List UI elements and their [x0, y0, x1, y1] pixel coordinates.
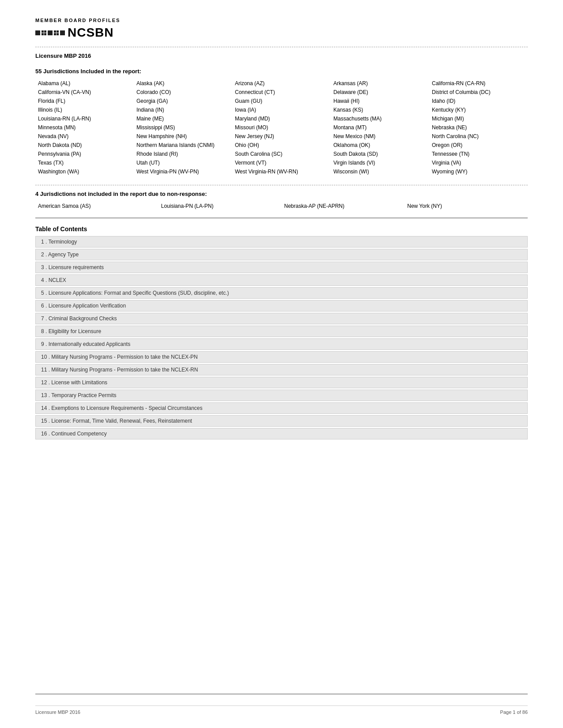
non-included-table: American Samoa (AS)Louisiana-PN (LA-PN)N…	[35, 202, 528, 210]
jurisdiction-cell: Minnesota (MN)	[35, 123, 134, 132]
jurisdiction-cell: New Jersey (NJ)	[232, 132, 331, 141]
member-board-title: MEMBER BOARD PROFILES	[35, 18, 528, 23]
non-included-cell: American Samoa (AS)	[35, 202, 159, 210]
header-divider	[35, 47, 528, 47]
non-included-heading: 4 Jurisdictions not included in the repo…	[35, 191, 528, 197]
jurisdiction-cell: Connecticut (CT)	[232, 88, 331, 97]
toc-item[interactable]: 4 . NCLEX	[35, 274, 528, 286]
jurisdiction-cell: Iowa (IA)	[232, 105, 331, 114]
jurisdiction-cell: South Carolina (SC)	[232, 150, 331, 158]
jurisdiction-cell: District of Columbia (DC)	[429, 88, 528, 97]
jurisdiction-cell: Indiana (IN)	[134, 105, 232, 114]
logo-square-3	[48, 30, 53, 35]
jurisdiction-cell: North Carolina (NC)	[429, 132, 528, 141]
toc-item[interactable]: 7 . Criminal Background Checks	[35, 313, 528, 324]
jurisdiction-cell: Guam (GU)	[232, 97, 331, 105]
table-row: Illinois (IL)Indiana (IN)Iowa (IA)Kansas…	[35, 105, 528, 114]
jurisdiction-cell: Nebraska (NE)	[429, 123, 528, 132]
non-included-cell: Louisiana-PN (LA-PN)	[159, 202, 282, 210]
toc-title: Table of Contents	[35, 225, 528, 233]
toc-item[interactable]: 2 . Agency Type	[35, 249, 528, 260]
non-included-section: 4 Jurisdictions not included in the repo…	[35, 191, 528, 210]
non-included-cell: Nebraska-AP (NE-APRN)	[282, 202, 405, 210]
jurisdictions-included-section: 55 Jurisdictions Included in the report:…	[35, 68, 528, 176]
jurisdiction-cell: New Hampshire (NH)	[134, 132, 232, 141]
toc-item[interactable]: 12 . License with Limitations	[35, 377, 528, 388]
jurisdiction-cell: Michigan (MI)	[429, 114, 528, 123]
toc-items-container: 1 . Terminology2 . Agency Type3 . Licens…	[35, 236, 528, 439]
toc-item[interactable]: 16 . Continued Competency	[35, 428, 528, 439]
jurisdiction-cell: West Virginia-RN (WV-RN)	[232, 167, 331, 176]
table-row: Texas (TX)Utah (UT)Vermont (VT)Virgin Is…	[35, 158, 528, 167]
toc-item[interactable]: 11 . Military Nursing Programs - Permiss…	[35, 364, 528, 375]
jurisdiction-cell: Alaska (AK)	[134, 79, 232, 88]
jurisdiction-cell: Delaware (DE)	[331, 88, 429, 97]
logo-square-1	[35, 30, 40, 35]
jurisdiction-cell: Alabama (AL)	[35, 79, 134, 88]
jurisdictions-included-heading: 55 Jurisdictions Included in the report:	[35, 68, 528, 75]
toc-item[interactable]: 10 . Military Nursing Programs - Permiss…	[35, 351, 528, 363]
jurisdiction-cell: Wyoming (WY)	[429, 167, 528, 176]
table-row: North Dakota (ND)Northern Mariana Island…	[35, 141, 528, 150]
toc-item[interactable]: 9 . Internationally educated Applicants	[35, 338, 528, 350]
jurisdiction-cell: California-RN (CA-RN)	[429, 79, 528, 88]
jurisdiction-cell: Northern Mariana Islands (CNMI)	[134, 141, 232, 150]
table-row: California-VN (CA-VN)Colorado (CO)Connec…	[35, 88, 528, 97]
jurisdiction-cell: Mississippi (MS)	[134, 123, 232, 132]
jurisdiction-cell: Colorado (CO)	[134, 88, 232, 97]
jurisdiction-cell: Wisconsin (WI)	[331, 167, 429, 176]
jurisdiction-cell: West Virginia-PN (WV-PN)	[134, 167, 232, 176]
jurisdiction-cell: Utah (UT)	[134, 158, 232, 167]
footer-left: Licensure MBP 2016	[35, 709, 80, 715]
jurisdiction-cell: Washington (WA)	[35, 167, 134, 176]
toc-item[interactable]: 13 . Temporary Practice Permits	[35, 390, 528, 401]
jurisdiction-cell: Rhode Island (RI)	[134, 150, 232, 158]
logo-square-2	[42, 30, 46, 35]
jurisdiction-cell: Oklahoma (OK)	[331, 141, 429, 150]
jurisdiction-cell: South Dakota (SD)	[331, 150, 429, 158]
jurisdiction-cell: Pennsylvania (PA)	[35, 150, 134, 158]
header-section: MEMBER BOARD PROFILES NCSBN	[35, 18, 528, 40]
jurisdiction-cell: Virgin Islands (VI)	[331, 158, 429, 167]
jurisdiction-cell: North Dakota (ND)	[35, 141, 134, 150]
jurisdiction-cell: Kentucky (KY)	[429, 105, 528, 114]
toc-item[interactable]: 14 . Exemptions to Licensure Requirement…	[35, 402, 528, 414]
toc-item[interactable]: 8 . Eligibility for Licensure	[35, 326, 528, 337]
jurisdiction-cell: Ohio (OH)	[232, 141, 331, 150]
page-footer: Licensure MBP 2016 Page 1 of 86	[35, 705, 528, 715]
jurisdiction-cell: Nevada (NV)	[35, 132, 134, 141]
jurisdiction-cell: Kansas (KS)	[331, 105, 429, 114]
jurisdiction-cell: Texas (TX)	[35, 158, 134, 167]
toc-item[interactable]: 3 . Licensure requirements	[35, 262, 528, 273]
jurisdiction-cell: Massachusetts (MA)	[331, 114, 429, 123]
jurisdiction-cell: Florida (FL)	[35, 97, 134, 105]
toc-item[interactable]: 15 . License: Format, Time Valid, Renewa…	[35, 415, 528, 427]
table-row: Florida (FL)Georgia (GA)Guam (GU)Hawaii …	[35, 97, 528, 105]
report-title: Licensure MBP 2016	[35, 53, 528, 59]
jurisdiction-cell: Maine (ME)	[134, 114, 232, 123]
logo-icons	[35, 30, 65, 35]
footer-right: Page 1 of 86	[500, 709, 528, 715]
page: MEMBER BOARD PROFILES NCSBN Licensure MB…	[0, 0, 563, 728]
jurisdiction-cell: California-VN (CA-VN)	[35, 88, 134, 97]
jurisdiction-cell: Hawaii (HI)	[331, 97, 429, 105]
table-row: Minnesota (MN)Mississippi (MS)Missouri (…	[35, 123, 528, 132]
mid-divider	[35, 185, 528, 185]
jurisdiction-cell: Maryland (MD)	[232, 114, 331, 123]
toc-item[interactable]: 5 . Licensure Applications: Format and S…	[35, 287, 528, 299]
jurisdiction-cell: New Mexico (NM)	[331, 132, 429, 141]
jurisdiction-cell: Montana (MT)	[331, 123, 429, 132]
toc-item[interactable]: 6 . Licensure Application Verification	[35, 300, 528, 311]
jurisdiction-cell: Oregon (OR)	[429, 141, 528, 150]
toc-item[interactable]: 1 . Terminology	[35, 236, 528, 248]
logo-square-5	[60, 30, 65, 35]
non-included-cell: New York (NY)	[404, 202, 528, 210]
non-included-row: American Samoa (AS)Louisiana-PN (LA-PN)N…	[35, 202, 528, 210]
table-row: Alabama (AL)Alaska (AK)Arizona (AZ)Arkan…	[35, 79, 528, 88]
jurisdiction-cell: Idaho (ID)	[429, 97, 528, 105]
footer-divider	[35, 694, 528, 694]
jurisdiction-cell: Arizona (AZ)	[232, 79, 331, 88]
jurisdictions-table: Alabama (AL)Alaska (AK)Arizona (AZ)Arkan…	[35, 79, 528, 176]
jurisdiction-cell: Vermont (VT)	[232, 158, 331, 167]
jurisdiction-cell: Arkansas (AR)	[331, 79, 429, 88]
